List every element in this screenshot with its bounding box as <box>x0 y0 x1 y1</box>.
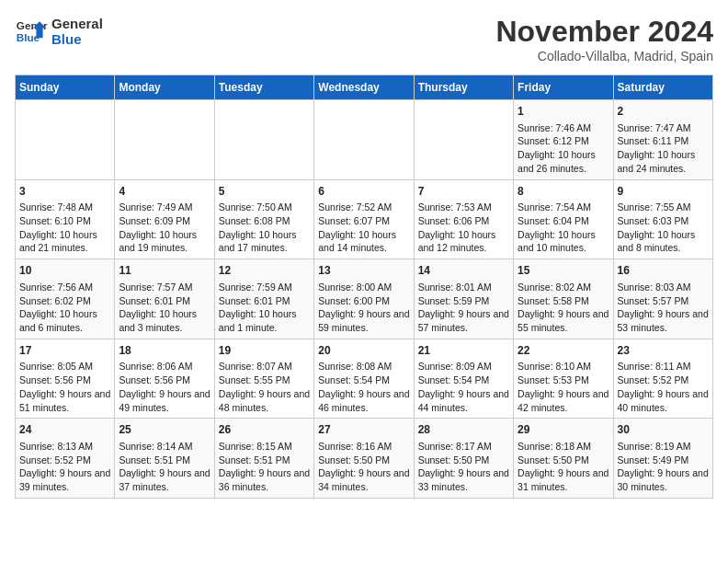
day-number: 13 <box>318 263 409 279</box>
calendar-cell <box>414 100 513 180</box>
day-info: Sunrise: 8:11 AM Sunset: 5:52 PM Dayligh… <box>618 360 709 414</box>
calendar-cell: 4Sunrise: 7:49 AM Sunset: 6:09 PM Daylig… <box>115 179 214 259</box>
title-block: November 2024 Collado-Villalba, Madrid, … <box>495 15 713 63</box>
day-info: Sunrise: 7:56 AM Sunset: 6:02 PM Dayligh… <box>19 281 110 335</box>
day-info: Sunrise: 8:09 AM Sunset: 5:54 PM Dayligh… <box>418 360 509 414</box>
day-number: 8 <box>518 184 609 200</box>
day-number: 1 <box>518 104 609 120</box>
calendar-cell <box>115 100 214 180</box>
calendar-cell: 11Sunrise: 7:57 AM Sunset: 6:01 PM Dayli… <box>115 259 214 339</box>
month-title: November 2024 <box>495 15 713 49</box>
day-number: 7 <box>418 184 509 200</box>
calendar-cell <box>214 100 313 180</box>
day-info: Sunrise: 8:14 AM Sunset: 5:51 PM Dayligh… <box>119 440 210 494</box>
day-number: 28 <box>418 422 509 438</box>
day-info: Sunrise: 8:18 AM Sunset: 5:50 PM Dayligh… <box>518 440 609 494</box>
page-header: General Blue General Blue November 2024 … <box>15 15 713 63</box>
day-info: Sunrise: 7:54 AM Sunset: 6:04 PM Dayligh… <box>518 201 609 255</box>
day-info: Sunrise: 7:55 AM Sunset: 6:03 PM Dayligh… <box>618 201 709 255</box>
day-info: Sunrise: 8:19 AM Sunset: 5:49 PM Dayligh… <box>618 440 709 494</box>
day-number: 18 <box>119 343 210 359</box>
col-header-friday: Friday <box>514 75 613 100</box>
logo-general: General <box>51 16 103 31</box>
calendar-cell: 8Sunrise: 7:54 AM Sunset: 6:04 PM Daylig… <box>514 179 613 259</box>
logo: General Blue General Blue <box>15 15 103 48</box>
col-header-sunday: Sunday <box>16 75 115 100</box>
day-info: Sunrise: 7:52 AM Sunset: 6:07 PM Dayligh… <box>318 201 409 255</box>
day-info: Sunrise: 8:01 AM Sunset: 5:59 PM Dayligh… <box>418 281 509 335</box>
day-info: Sunrise: 8:05 AM Sunset: 5:56 PM Dayligh… <box>19 360 110 414</box>
calendar-cell: 24Sunrise: 8:13 AM Sunset: 5:52 PM Dayli… <box>16 419 115 499</box>
day-info: Sunrise: 7:49 AM Sunset: 6:09 PM Dayligh… <box>119 201 210 255</box>
col-header-saturday: Saturday <box>613 75 712 100</box>
day-number: 17 <box>19 343 110 359</box>
day-number: 19 <box>219 343 310 359</box>
day-info: Sunrise: 7:57 AM Sunset: 6:01 PM Dayligh… <box>119 281 210 335</box>
calendar-cell: 5Sunrise: 7:50 AM Sunset: 6:08 PM Daylig… <box>214 179 313 259</box>
calendar-cell: 27Sunrise: 8:16 AM Sunset: 5:50 PM Dayli… <box>314 419 414 499</box>
day-number: 4 <box>119 184 210 200</box>
day-number: 27 <box>318 422 409 438</box>
calendar-cell: 6Sunrise: 7:52 AM Sunset: 6:07 PM Daylig… <box>314 179 414 259</box>
day-info: Sunrise: 8:15 AM Sunset: 5:51 PM Dayligh… <box>219 440 310 494</box>
day-number: 14 <box>418 263 509 279</box>
col-header-monday: Monday <box>115 75 214 100</box>
day-number: 16 <box>618 263 709 279</box>
calendar-table: SundayMondayTuesdayWednesdayThursdayFrid… <box>15 75 713 499</box>
day-number: 26 <box>219 422 310 438</box>
day-number: 9 <box>618 184 709 200</box>
calendar-cell: 16Sunrise: 8:03 AM Sunset: 5:57 PM Dayli… <box>613 259 712 339</box>
day-info: Sunrise: 7:50 AM Sunset: 6:08 PM Dayligh… <box>219 201 310 255</box>
location: Collado-Villalba, Madrid, Spain <box>495 49 713 63</box>
day-info: Sunrise: 8:03 AM Sunset: 5:57 PM Dayligh… <box>618 281 709 335</box>
day-info: Sunrise: 8:16 AM Sunset: 5:50 PM Dayligh… <box>318 440 409 494</box>
calendar-cell: 30Sunrise: 8:19 AM Sunset: 5:49 PM Dayli… <box>613 419 712 499</box>
day-info: Sunrise: 8:02 AM Sunset: 5:58 PM Dayligh… <box>518 281 609 335</box>
calendar-cell: 23Sunrise: 8:11 AM Sunset: 5:52 PM Dayli… <box>613 339 712 419</box>
calendar-cell: 17Sunrise: 8:05 AM Sunset: 5:56 PM Dayli… <box>16 339 115 419</box>
day-number: 12 <box>219 263 310 279</box>
calendar-cell: 26Sunrise: 8:15 AM Sunset: 5:51 PM Dayli… <box>214 419 313 499</box>
calendar-cell: 15Sunrise: 8:02 AM Sunset: 5:58 PM Dayli… <box>514 259 613 339</box>
col-header-wednesday: Wednesday <box>314 75 414 100</box>
calendar-cell: 3Sunrise: 7:48 AM Sunset: 6:10 PM Daylig… <box>16 179 115 259</box>
day-info: Sunrise: 7:48 AM Sunset: 6:10 PM Dayligh… <box>19 201 110 255</box>
day-number: 15 <box>518 263 609 279</box>
day-info: Sunrise: 8:13 AM Sunset: 5:52 PM Dayligh… <box>19 440 110 494</box>
calendar-cell: 7Sunrise: 7:53 AM Sunset: 6:06 PM Daylig… <box>414 179 513 259</box>
calendar-cell: 10Sunrise: 7:56 AM Sunset: 6:02 PM Dayli… <box>16 259 115 339</box>
day-info: Sunrise: 7:47 AM Sunset: 6:11 PM Dayligh… <box>618 121 709 176</box>
day-number: 10 <box>19 263 110 279</box>
day-info: Sunrise: 8:00 AM Sunset: 6:00 PM Dayligh… <box>318 281 409 335</box>
day-number: 25 <box>119 422 210 438</box>
day-info: Sunrise: 8:17 AM Sunset: 5:50 PM Dayligh… <box>418 440 509 494</box>
day-number: 22 <box>518 343 609 359</box>
calendar-cell: 19Sunrise: 8:07 AM Sunset: 5:55 PM Dayli… <box>214 339 313 419</box>
day-info: Sunrise: 8:06 AM Sunset: 5:56 PM Dayligh… <box>119 360 210 414</box>
day-info: Sunrise: 8:07 AM Sunset: 5:55 PM Dayligh… <box>219 360 310 414</box>
day-info: Sunrise: 7:46 AM Sunset: 6:12 PM Dayligh… <box>518 121 609 176</box>
calendar-cell: 1Sunrise: 7:46 AM Sunset: 6:12 PM Daylig… <box>514 100 613 180</box>
calendar-cell: 25Sunrise: 8:14 AM Sunset: 5:51 PM Dayli… <box>115 419 214 499</box>
calendar-cell <box>16 100 115 180</box>
day-info: Sunrise: 8:08 AM Sunset: 5:54 PM Dayligh… <box>318 360 409 414</box>
calendar-cell: 9Sunrise: 7:55 AM Sunset: 6:03 PM Daylig… <box>613 179 712 259</box>
calendar-cell: 28Sunrise: 8:17 AM Sunset: 5:50 PM Dayli… <box>414 419 513 499</box>
day-number: 5 <box>219 184 310 200</box>
day-number: 30 <box>618 422 709 438</box>
calendar-cell: 12Sunrise: 7:59 AM Sunset: 6:01 PM Dayli… <box>214 259 313 339</box>
calendar-cell: 18Sunrise: 8:06 AM Sunset: 5:56 PM Dayli… <box>115 339 214 419</box>
calendar-cell: 22Sunrise: 8:10 AM Sunset: 5:53 PM Dayli… <box>514 339 613 419</box>
col-header-thursday: Thursday <box>414 75 513 100</box>
day-number: 24 <box>19 422 110 438</box>
calendar-cell: 2Sunrise: 7:47 AM Sunset: 6:11 PM Daylig… <box>613 100 712 180</box>
calendar-cell: 20Sunrise: 8:08 AM Sunset: 5:54 PM Dayli… <box>314 339 414 419</box>
col-header-tuesday: Tuesday <box>214 75 313 100</box>
day-number: 3 <box>19 184 110 200</box>
logo-icon: General Blue <box>15 15 48 48</box>
day-number: 11 <box>119 263 210 279</box>
calendar-cell: 21Sunrise: 8:09 AM Sunset: 5:54 PM Dayli… <box>414 339 513 419</box>
calendar-cell: 13Sunrise: 8:00 AM Sunset: 6:00 PM Dayli… <box>314 259 414 339</box>
day-number: 20 <box>318 343 409 359</box>
day-number: 21 <box>418 343 509 359</box>
